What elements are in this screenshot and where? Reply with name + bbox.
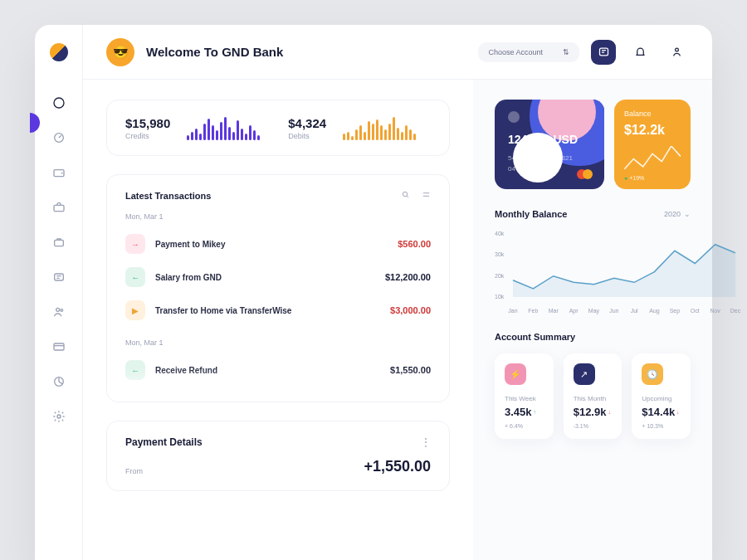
stats-card: $15,980 Credits $4,324 Debits	[106, 100, 450, 156]
transaction-row[interactable]: →Payment to Mikey$560.00	[125, 227, 431, 261]
right-column: 1242.42 USD 5495 7381 3759 2321 04 / 24 …	[473, 80, 712, 560]
transaction-amount: $3,000.00	[390, 305, 431, 315]
transaction-date: Mon, Mar 1	[125, 338, 431, 347]
transaction-amount: $12,200.00	[385, 272, 431, 282]
nav-pie[interactable]	[52, 375, 66, 388]
transaction-icon: ▶	[125, 300, 145, 320]
debits-value: $4,324	[288, 116, 326, 130]
summary-icon: 🕓	[642, 363, 663, 385]
mastercard-icon	[577, 169, 593, 179]
svg-point-0	[54, 98, 64, 108]
transaction-row[interactable]: ←Salary from GND$12,200.00	[125, 261, 431, 294]
profile-button[interactable]	[664, 40, 689, 65]
credits-value: $15,980	[125, 116, 170, 130]
payment-title: Payment Details	[125, 436, 203, 448]
body: $15,980 Credits $4,324 Debits Latest Tra…	[83, 80, 712, 560]
nav-transfer[interactable]	[52, 270, 66, 284]
transaction-desc: Payment to Mikey	[155, 240, 388, 249]
nav-settings[interactable]	[52, 410, 66, 423]
balance-value: $12.2k	[624, 123, 681, 138]
nav-dashboard[interactable]	[52, 96, 66, 110]
summary-card[interactable]: ↗This Month$12.9k↓-3.1%	[564, 353, 622, 439]
sidebar-accent	[30, 113, 40, 133]
credits-label: Credits	[125, 132, 170, 140]
nav	[52, 96, 66, 423]
nav-wallet[interactable]	[52, 166, 66, 179]
card-balance: 1242.42 USD	[508, 133, 591, 146]
avatar[interactable]: 😎	[106, 38, 134, 66]
nav-card[interactable]	[52, 340, 66, 353]
transactions-title: Latest Transactions	[125, 191, 211, 201]
payment-amount: +1,550.00	[364, 458, 431, 475]
debits-sparkline	[343, 115, 416, 140]
nav-users[interactable]	[52, 305, 66, 319]
svg-point-10	[57, 415, 61, 418]
nav-bag[interactable]	[52, 236, 66, 249]
svg-point-6	[56, 308, 59, 311]
summary-delta: + 6.4%	[505, 423, 544, 429]
summary-icon: ↗	[574, 363, 595, 385]
card-chip-icon	[508, 111, 520, 123]
svg-point-7	[61, 309, 63, 312]
svg-rect-8	[54, 343, 64, 350]
summary-value: $12.9k↓	[574, 406, 613, 418]
nav-speed[interactable]	[52, 131, 66, 144]
transaction-amount: $560.00	[398, 239, 431, 249]
transaction-date: Mon, Mar 1	[125, 212, 431, 221]
transactions-card: Latest Transactions Mon, Mar 1→Payment t…	[106, 174, 450, 402]
card-number: 5495 7381 3759 2321	[508, 154, 591, 162]
page-title: Welcome To GND Bank	[146, 45, 283, 59]
monthly-chart: 10k20k30k40kJanFebMarAprMayJunJulAugSepO…	[495, 227, 691, 304]
messages-button[interactable]	[591, 40, 616, 65]
transaction-desc: Transfer to Home via TransferWise	[155, 306, 380, 315]
monthly-title: Monthly Balance	[495, 209, 567, 219]
main: 😎 Welcome To GND Bank Choose Account⇅ $1…	[83, 25, 712, 560]
transaction-desc: Salary from GND	[155, 273, 375, 282]
app-window: 😎 Welcome To GND Bank Choose Account⇅ $1…	[35, 25, 712, 560]
svg-rect-5	[54, 274, 63, 280]
left-column: $15,980 Credits $4,324 Debits Latest Tra…	[83, 80, 473, 560]
summary-delta: + 10.3%	[642, 423, 681, 429]
transaction-icon: ←	[125, 267, 145, 287]
balance-sparkline	[624, 146, 681, 169]
summary-card[interactable]: 🕓Upcoming$14.4k↓+ 10.3%	[632, 353, 691, 439]
summary-value: 3.45k↑	[505, 406, 544, 418]
header: 😎 Welcome To GND Bank Choose Account⇅	[83, 25, 712, 80]
svg-point-13	[403, 192, 408, 197]
summary-delta: -3.1%	[574, 423, 613, 429]
credits-sparkline	[187, 115, 260, 140]
balance-label: Balance	[624, 110, 681, 118]
balance-delta: ●+19%	[624, 175, 644, 181]
search-icon[interactable]	[401, 190, 410, 201]
debits-label: Debits	[288, 132, 326, 140]
fade-overlay	[107, 368, 449, 402]
summary-title: Account Summary	[495, 332, 691, 342]
balance-card: Balance $12.2k ●+19%	[614, 100, 691, 189]
chevron-updown-icon: ⇅	[563, 48, 569, 56]
svg-rect-3	[54, 205, 64, 211]
svg-point-12	[675, 48, 678, 51]
payment-details-card: Payment Details ⋮ From +1,550.00	[106, 421, 450, 491]
transaction-row[interactable]: ▶Transfer to Home via TransferWise$3,000…	[125, 294, 431, 327]
chevron-down-icon: ⌄	[684, 210, 691, 218]
summary-label: Upcoming	[642, 395, 681, 402]
svg-rect-4	[54, 240, 63, 246]
logo-icon	[50, 43, 68, 61]
credit-card[interactable]: 1242.42 USD 5495 7381 3759 2321 04 / 24	[495, 100, 604, 189]
year-selector[interactable]: 2020⌄	[664, 210, 691, 218]
summary-card[interactable]: ⚡This Week3.45k↑+ 6.4%	[495, 353, 554, 439]
summary-label: This Month	[574, 395, 613, 402]
account-selector[interactable]: Choose Account⇅	[478, 42, 579, 62]
summary-label: This Week	[505, 395, 544, 402]
payment-from-label: From	[125, 467, 143, 475]
summary-icon: ⚡	[505, 363, 526, 385]
sidebar	[35, 25, 83, 560]
more-icon[interactable]: ⋮	[421, 436, 431, 448]
account-selector-label: Choose Account	[488, 48, 543, 56]
filter-icon[interactable]	[422, 190, 431, 201]
transaction-icon: →	[125, 234, 145, 254]
summary-value: $14.4k↓	[642, 406, 681, 418]
nav-briefcase[interactable]	[52, 201, 66, 214]
notifications-button[interactable]	[627, 40, 652, 65]
